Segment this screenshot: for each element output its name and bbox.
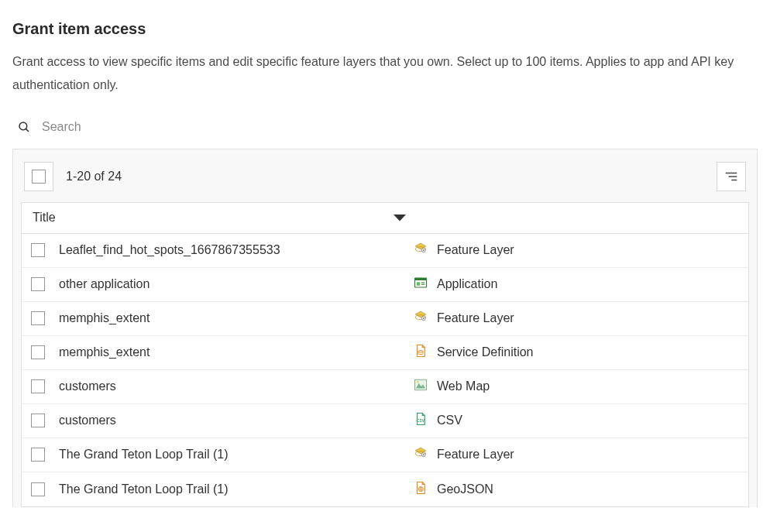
list-options-icon xyxy=(724,170,738,184)
feature-layer-icon xyxy=(414,242,428,259)
table-options-button[interactable] xyxy=(717,162,746,191)
item-title[interactable]: memphis_extent xyxy=(59,345,414,359)
web-map-icon xyxy=(414,378,428,395)
checkbox-icon xyxy=(32,170,46,184)
item-title[interactable]: other application xyxy=(59,277,414,291)
pagination-count: 1-20 of 24 xyxy=(66,170,122,184)
item-type-label: Feature Layer xyxy=(437,243,514,257)
svg-rect-11 xyxy=(417,283,421,287)
search-input[interactable] xyxy=(40,119,758,135)
row-checkbox[interactable] xyxy=(31,345,45,359)
item-type: GeoJSON xyxy=(414,481,493,498)
table-row: Leaflet_find_hot_spots_1667867355533Feat… xyxy=(22,234,748,268)
item-type: Web Map xyxy=(414,378,490,395)
svg-point-24 xyxy=(423,455,425,456)
item-type-label: GeoJSON xyxy=(437,482,493,496)
table-row: customersWeb Map xyxy=(22,370,748,404)
svg-point-16 xyxy=(423,318,425,320)
page-description: Grant access to view specific items and … xyxy=(12,50,758,98)
table-header: Title xyxy=(22,203,748,234)
application-icon xyxy=(414,276,428,293)
search-field[interactable] xyxy=(12,119,758,149)
table-toolbar: 1-20 of 24 xyxy=(21,157,749,202)
feature-layer-icon xyxy=(414,446,428,463)
svg-marker-5 xyxy=(394,215,406,221)
item-type-label: Application xyxy=(437,277,497,291)
svg-text:CSV: CSV xyxy=(417,419,425,423)
item-title[interactable]: memphis_extent xyxy=(59,311,414,325)
row-checkbox[interactable] xyxy=(31,277,45,291)
item-title[interactable]: The Grand Teton Loop Trail (1) xyxy=(59,448,414,462)
table-row: The Grand Teton Loop Trail (1)GeoJSON xyxy=(22,472,748,506)
item-type: Application xyxy=(414,276,497,293)
item-type: Feature Layer xyxy=(414,310,514,327)
geojson-icon xyxy=(414,481,428,498)
item-type-label: Service Definition xyxy=(437,345,534,359)
svg-point-8 xyxy=(423,250,425,252)
item-title[interactable]: Leaflet_find_hot_spots_1667867355533 xyxy=(59,243,414,257)
item-type-label: Web Map xyxy=(437,379,490,393)
svg-rect-10 xyxy=(415,278,427,280)
table-row: customersCSVCSV xyxy=(22,404,748,438)
item-type: Service Definition xyxy=(414,344,534,361)
svg-point-0 xyxy=(19,122,27,130)
item-type: Feature Layer xyxy=(414,242,514,259)
table-row: memphis_extentService Definition xyxy=(22,336,748,370)
svg-point-20 xyxy=(417,381,419,383)
svg-point-17 xyxy=(418,351,423,352)
row-checkbox[interactable] xyxy=(31,482,45,496)
row-checkbox[interactable] xyxy=(31,414,45,427)
items-table: Title Leaflet_find_hot_spots_16678673555… xyxy=(21,202,749,507)
column-header-title[interactable]: Title xyxy=(31,211,56,225)
row-checkbox[interactable] xyxy=(31,448,45,462)
sort-indicator[interactable] xyxy=(394,211,406,225)
chevron-down-icon xyxy=(394,214,406,221)
service-definition-icon xyxy=(414,344,428,361)
page-title: Grant item access xyxy=(12,20,758,38)
feature-layer-icon xyxy=(414,310,428,327)
item-title[interactable]: The Grand Teton Loop Trail (1) xyxy=(59,482,414,496)
svg-line-1 xyxy=(26,129,29,132)
item-type: Feature Layer xyxy=(414,446,514,463)
row-checkbox[interactable] xyxy=(31,379,45,393)
select-all-checkbox[interactable] xyxy=(24,162,53,191)
item-title[interactable]: customers xyxy=(59,414,414,427)
svg-rect-18 xyxy=(415,380,427,391)
items-table-container: 1-20 of 24 Title Leaflet_find_hot_sp xyxy=(12,149,758,507)
search-icon xyxy=(17,120,31,134)
table-row: The Grand Teton Loop Trail (1)Feature La… xyxy=(22,438,748,472)
item-type-label: Feature Layer xyxy=(437,311,514,325)
item-title[interactable]: customers xyxy=(59,379,414,393)
row-checkbox[interactable] xyxy=(31,311,45,325)
row-checkbox[interactable] xyxy=(31,243,45,257)
table-row: other applicationApplication xyxy=(22,268,748,302)
csv-icon: CSV xyxy=(414,412,428,429)
item-type-label: Feature Layer xyxy=(437,448,514,462)
item-type-label: CSV xyxy=(437,414,462,427)
item-type: CSVCSV xyxy=(414,412,462,429)
table-row: memphis_extentFeature Layer xyxy=(22,302,748,336)
